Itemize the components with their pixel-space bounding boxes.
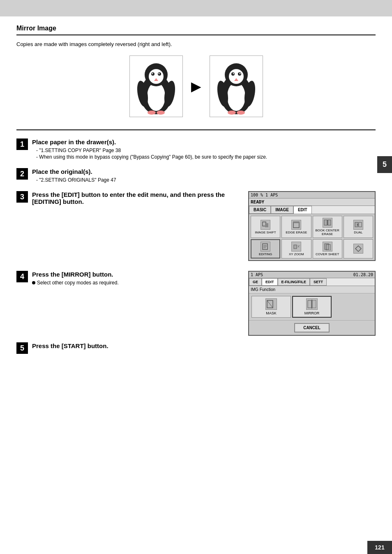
step-2: 2 Place the original(s). "2.SETTING ORIG… (16, 168, 376, 184)
lcd2-btn-mask-icon (265, 298, 277, 310)
lcd1-btn-image-shift[interactable]: IMAGE SHIFT (251, 216, 280, 238)
lcd1-btn-editing-icon (261, 242, 270, 252)
svg-line-46 (267, 300, 273, 308)
lcd1-buttons-row1: IMAGE SHIFT EDGE ERASE (249, 214, 375, 260)
lcd1-btn-edge-erase[interactable]: EDGE ERASE (281, 216, 311, 238)
mirror-arrow: ▶ (191, 78, 201, 94)
lcd1-status: READY (249, 199, 375, 206)
top-bar (0, 0, 392, 16)
lcd2-btn-mirror-icon (306, 298, 318, 310)
step-2-content: Place the original(s). "2.SETTING ORIGIN… (32, 168, 376, 184)
page-wrapper: 5 Mirror Image Copies are made with imag… (0, 0, 392, 554)
svg-rect-40 (294, 245, 297, 249)
lcd1-tab-basic[interactable]: BASIC (249, 206, 271, 214)
step-3-lcd: 100 % 1 APS READY BASIC IMAGE (248, 191, 376, 261)
lcd2-btn-mask[interactable]: MASK (251, 296, 291, 318)
lcd2-tab-efiling[interactable]: E-FILING/FILE (278, 278, 310, 286)
step-1-content: Place paper in the drawer(s). "1.SETTING… (32, 138, 376, 161)
lcd-screen-1: 100 % 1 APS READY BASIC IMAGE (248, 191, 376, 261)
lcd2-cancel-row: CANCEL (249, 320, 375, 335)
svg-point-7 (158, 73, 159, 74)
step-3-number: 3 (16, 191, 28, 203)
penguin-svg-right (214, 58, 259, 115)
lcd1-btn-book-center-icon (323, 218, 332, 228)
svg-rect-47 (308, 300, 311, 308)
step-4-bullet: Select other copy modes as required. (32, 280, 242, 286)
svg-point-11 (148, 111, 156, 115)
step-4: 4 Press the [MIRROR] button. Select othe… (16, 271, 376, 336)
lcd1-btn-dual-icon (353, 220, 363, 230)
lcd1-tab-image[interactable]: IMAGE (271, 206, 293, 214)
step-2-sub-1: "2.SETTING ORIGINALS" Page 47 (36, 177, 376, 183)
svg-rect-27 (265, 223, 268, 227)
lcd1-btn-editing[interactable]: EDITING (251, 239, 280, 259)
step-5-content: Press the [START] button. (32, 342, 376, 351)
svg-rect-31 (328, 220, 331, 225)
step-5-title: Press the [START] button. (32, 342, 376, 349)
lcd1-btn-cover-sheet-icon (323, 242, 332, 252)
step-1: 1 Place paper in the drawer(s). "1.SETTI… (16, 138, 376, 161)
lcd1-tabs: BASIC IMAGE EDIT (249, 206, 375, 214)
svg-rect-30 (324, 220, 327, 225)
lcd1-btn-xy-zoom-icon: XY (291, 242, 301, 252)
lcd1-btn-edge-erase-icon (291, 220, 301, 230)
svg-marker-44 (355, 246, 361, 252)
lcd2-cancel-button[interactable]: CANCEL (294, 323, 330, 332)
section-title: Mirror Image (16, 25, 376, 32)
bullet-dot (32, 281, 35, 284)
penguin-original (129, 55, 183, 117)
svg-point-3 (149, 69, 164, 84)
penguin-mirrored (210, 55, 263, 117)
step-3: 3 Press the [EDIT] button to enter the e… (16, 191, 376, 261)
svg-rect-34 (359, 222, 362, 227)
lcd2-buttons: MASK MIRROR (249, 293, 375, 320)
step-4-lcd: 1 APS 01.28.20 GE EDIT (248, 271, 376, 336)
lcd1-btn-cover-sheet[interactable]: COVER SHEET (313, 239, 342, 259)
lcd2-top-bar: 1 APS 01.28.20 (249, 272, 375, 278)
lcd2-tab-ge[interactable]: GE (249, 278, 262, 286)
penguin-svg-left (134, 58, 179, 115)
intro-text: Copies are made with images completely r… (16, 41, 376, 47)
step-3-text: Press the [EDIT] button to enter the edi… (32, 191, 242, 207)
step-2-title: Place the original(s). (32, 168, 376, 175)
step-3-with-image: Press the [EDIT] button to enter the edi… (32, 191, 376, 261)
page-number: 121 (367, 541, 392, 554)
step-1-title: Place paper in the drawer(s). (32, 138, 376, 145)
lcd2-tab-sett[interactable]: SETT (310, 278, 327, 286)
lcd-screen-2: 1 APS 01.28.20 GE EDIT (248, 271, 376, 336)
step-4-with-image: Press the [MIRROR] button. Select other … (32, 271, 376, 336)
svg-point-12 (157, 111, 165, 115)
step-3-title: Press the [EDIT] button to enter the edi… (32, 191, 242, 205)
step-5: 5 Press the [START] button. (16, 342, 376, 354)
lcd2-tab-edit[interactable]: EDIT (262, 278, 278, 286)
title-divider (16, 35, 376, 35)
step-4-content: Press the [MIRROR] button. Select other … (32, 271, 376, 336)
lcd2-btn-empty (333, 296, 372, 318)
step-1-sub-1: "1.SETTING COPY PAPER" Page 38 (36, 148, 376, 153)
step-4-number: 4 (16, 271, 28, 282)
step-5-number: 5 (16, 342, 28, 354)
svg-point-1 (147, 82, 165, 111)
mirror-illustration: ▶ (16, 55, 376, 117)
svg-rect-48 (312, 300, 316, 308)
svg-point-5 (152, 73, 153, 74)
section-divider (16, 129, 376, 130)
step-2-number: 2 (16, 168, 28, 180)
lcd1-btn-xy-zoom[interactable]: XY XY ZOOM (281, 239, 311, 259)
lcd1-btn-book-center[interactable]: BOOK CENTER ERASE (313, 216, 342, 238)
lcd2-btn-mirror[interactable]: MIRROR (292, 296, 332, 318)
main-content: Mirror Image Copies are made with images… (0, 16, 392, 369)
lcd1-btn-image-shift-icon (261, 220, 270, 230)
step-1-sub-2: When using this mode in bypass copying (… (36, 154, 376, 160)
lcd1-top-bar: 100 % 1 APS (249, 192, 375, 199)
step-3-content: Press the [EDIT] button to enter the edi… (32, 191, 376, 261)
svg-text:XY: XY (297, 245, 300, 248)
lcd1-btn-dual[interactable]: DUAL (344, 216, 373, 238)
step-1-number: 1 (16, 138, 28, 150)
step-4-title: Press the [MIRROR] button. (32, 271, 242, 278)
lcd2-function-title: IMG Function (249, 286, 375, 293)
lcd1-tab-edit[interactable]: EDIT (293, 206, 312, 214)
lcd2-tabs: GE EDIT E-FILING/FILE SETT (249, 278, 375, 286)
lcd1-btn-extra[interactable] (344, 239, 373, 259)
lcd1-btn-extra-icon (353, 244, 363, 254)
